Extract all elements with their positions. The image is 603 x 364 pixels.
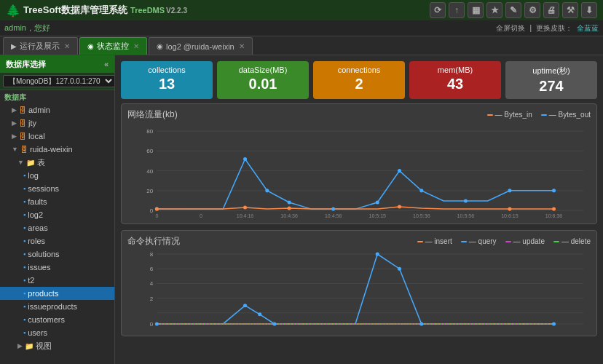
star-icon[interactable]: ★ [486, 2, 502, 18]
stat-datasize-value: 0.01 [224, 76, 302, 92]
network-chart-title: 网络流量(kb) — Bytes_in — Bytes_out [127, 108, 591, 121]
svg-point-22 [376, 200, 379, 204]
folder-icon-views: 📁 [25, 342, 34, 350]
svg-text:0: 0 [200, 213, 202, 218]
stat-datasize: dataSize(MB) 0.01 [217, 61, 309, 99]
refresh-icon[interactable]: ⟳ [430, 2, 446, 18]
stat-collections: collections 13 [121, 61, 213, 99]
skin-label: 更换皮肤： [536, 23, 572, 33]
tree-label-log: log [28, 171, 39, 180]
tab-run[interactable]: ▶ 运行及展示 ✕ [3, 37, 78, 55]
up-icon[interactable]: ↑ [449, 2, 465, 18]
tree-label-issueproducts: issueproducts [28, 302, 77, 311]
svg-point-28 [155, 207, 159, 211]
stat-uptime: uptime(秒) 274 [505, 61, 597, 99]
tree-item-local[interactable]: ▶ 🗄 local [0, 130, 114, 143]
svg-point-50 [398, 267, 401, 271]
tree-item-faults[interactable]: ▪ faults [0, 195, 114, 208]
tab-monitor[interactable]: ◉ 状态监控 ✕ [79, 37, 147, 55]
tree-label-tables: 表 [37, 157, 45, 168]
tree-item-t2[interactable]: ▪ t2 [0, 274, 114, 287]
legend-label-insert: — insert [425, 237, 452, 245]
print-icon[interactable]: 🖨 [543, 2, 559, 18]
doc-icon-faults: ▪ [23, 198, 25, 205]
legend-label-update: — update [513, 237, 545, 245]
network-chart-panel: 网络流量(kb) — Bytes_in — Bytes_out [121, 103, 597, 224]
stat-uptime-label: uptime(秒) [513, 66, 590, 76]
legend-bytes-in: — Bytes_in [487, 111, 532, 119]
edit-icon[interactable]: ✎ [505, 2, 521, 18]
tree-item-products[interactable]: ▪ products [0, 287, 114, 300]
db-select[interactable]: 【MongoDB】127.0.0.1:270 [3, 75, 115, 87]
tree-item-issueproducts[interactable]: ▪ issueproducts [0, 300, 114, 313]
svg-point-47 [258, 313, 261, 317]
download-icon[interactable]: ⬇ [581, 2, 597, 18]
stat-collections-value: 13 [128, 76, 205, 92]
db-icon-jty: 🗄 [19, 119, 26, 127]
tree-label-solutions: solutions [28, 250, 59, 258]
tree-item-jty[interactable]: ▶ 🗄 jty [0, 116, 114, 130]
network-chart-svg: 80 60 40 20 0 0 0 10:4:16 10:4:36 10:4:5… [127, 124, 591, 219]
svg-text:0: 0 [150, 207, 154, 214]
svg-text:10:4:36: 10:4:36 [280, 213, 298, 218]
main: 数据库选择 « 【MongoDB】127.0.0.1:270 数据库 ▶ 🗄 a… [0, 55, 603, 364]
tree-label-areas: areas [28, 223, 48, 232]
svg-point-29 [243, 206, 247, 210]
tab-monitor-close[interactable]: ✕ [133, 42, 139, 50]
tab-run-close[interactable]: ✕ [64, 42, 70, 50]
tree-item-log[interactable]: ▪ log [0, 169, 114, 182]
tool-icon[interactable]: ⚒ [562, 2, 578, 18]
svg-text:20: 20 [146, 188, 153, 194]
tab-log2[interactable]: ◉ log2 @ruida-weixin ✕ [149, 37, 253, 55]
tree-item-issues[interactable]: ▪ issues [0, 261, 114, 274]
tree-item-log2[interactable]: ▪ log2 [0, 208, 114, 221]
app-version: V2.2.3 [166, 7, 187, 15]
tree-item-customers[interactable]: ▪ customers [0, 313, 114, 326]
svg-text:10:6:36: 10:6:36 [545, 213, 563, 218]
fullscreen-btn[interactable]: 全屏切换 [496, 23, 525, 33]
tree-item-roles[interactable]: ▪ roles [0, 234, 114, 248]
stats-bar: collections 13 dataSize(MB) 0.01 connect… [115, 55, 603, 103]
tree-label-views: 视图 [36, 341, 52, 352]
tree-item-tables[interactable]: ▼ 📁 表 [0, 156, 114, 169]
sidebar-collapse-btn[interactable]: « [104, 60, 109, 68]
tab-log2-close[interactable]: ✕ [239, 42, 245, 50]
tree-item-solutions[interactable]: ▪ solutions [0, 248, 114, 261]
tree-item-sessions[interactable]: ▪ sessions [0, 182, 114, 195]
app-subtitle: TreeDMS [130, 6, 165, 15]
tree-item-admin[interactable]: ▶ 🗄 admin [0, 103, 114, 116]
arrow-ruida: ▼ [12, 146, 18, 153]
sidebar-title: 数据库选择 [6, 59, 46, 70]
svg-text:10:5:56: 10:5:56 [457, 213, 475, 218]
legend-dot-delete [553, 241, 559, 242]
svg-text:8: 8 [150, 251, 154, 258]
tab-run-label: 运行及展示 [20, 41, 60, 52]
doc-icon-products: ▪ [23, 290, 25, 297]
svg-point-48 [272, 323, 276, 326]
divider: | [529, 24, 532, 32]
sidebar-tree: ▶ 🗄 admin ▶ 🗄 jty ▶ 🗄 local ▼ 🗄 ruida-we… [0, 103, 114, 364]
stat-mem: mem(MB) 43 [409, 61, 501, 99]
tree-item-areas[interactable]: ▪ areas [0, 221, 114, 234]
commands-title-text: 命令执行情况 [127, 235, 180, 248]
legend-label-bytesout: — Bytes_out [549, 111, 591, 119]
tree-label-jty: jty [28, 119, 36, 127]
doc-icon-users: ▪ [23, 329, 25, 336]
tree-label-issues: issues [28, 263, 50, 272]
tree-label-roles: roles [28, 237, 45, 245]
gear-icon[interactable]: ⚙ [524, 2, 540, 18]
svg-text:80: 80 [146, 128, 153, 135]
tree-item-users[interactable]: ▪ users [0, 326, 114, 339]
db-icon-admin: 🗄 [19, 106, 26, 114]
tree-icon: 🌲 [6, 4, 20, 17]
svg-text:0: 0 [155, 213, 158, 218]
stat-uptime-value: 274 [513, 78, 590, 95]
arrow-tables: ▼ [17, 159, 24, 166]
skin-value[interactable]: 全蓝蓝 [577, 23, 599, 33]
tree-item-ruida[interactable]: ▼ 🗄 ruida-weixin [0, 143, 114, 156]
tree-item-views[interactable]: ▶ 📁 视图 [0, 339, 114, 352]
commands-chart-panel: 命令执行情况 — insert — query — update [121, 230, 597, 336]
bytes-in-line [157, 207, 553, 209]
table-icon[interactable]: ▦ [468, 2, 484, 18]
svg-text:4: 4 [150, 281, 154, 288]
